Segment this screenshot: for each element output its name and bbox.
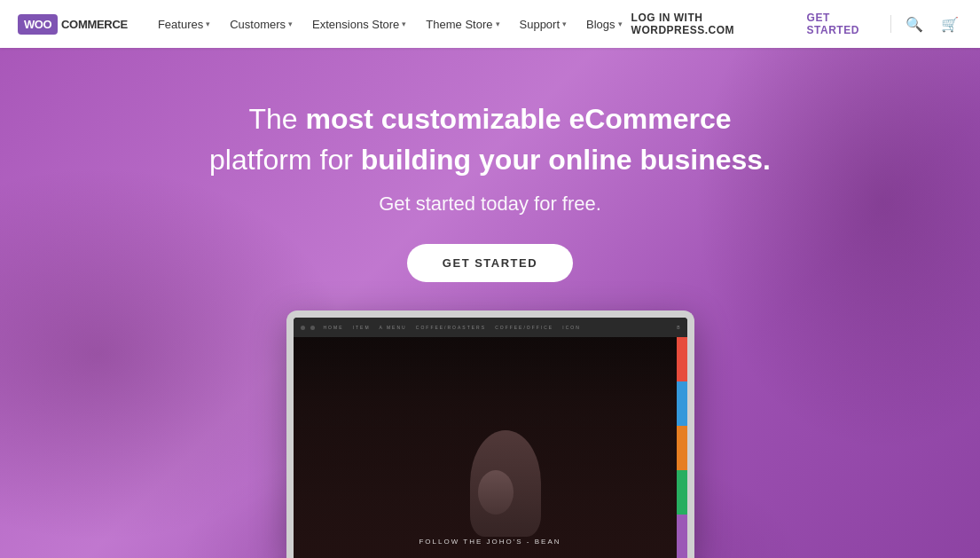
laptop-screen: HOME ITEM A MENU COFFEE/ROASTERS COFFEE/… [294,318,687,558]
screen-dot [310,326,315,330]
nav-features[interactable]: Features ▾ [149,12,219,36]
sidebar-bar-orange [677,426,687,470]
screen-sidebar [677,337,687,558]
hero-bold-2: building your online business. [361,144,771,176]
laptop-screen-area: HOME ITEM A MENU COFFEE/ROASTERS COFFEE/… [286,310,694,558]
nav-theme-label: Theme Store [426,18,492,31]
sidebar-bar-green [677,470,687,515]
nav-blogs[interactable]: Blogs ▾ [577,12,631,36]
screen-nav-right: B [677,325,679,330]
login-link[interactable]: LOG IN WITH WORDPRESS.COM [631,12,796,36]
nav-extensions[interactable]: Extensions Store ▾ [303,12,415,36]
laptop-mockup: HOME ITEM A MENU COFFEE/ROASTERS COFFEE/… [278,310,703,558]
nav-features-label: Features [158,18,203,31]
hero-headline-1: The most customizable eCommerce [209,101,771,138]
hero-section: The most customizable eCommerce platform… [0,48,980,558]
chevron-down-icon: ▾ [206,20,210,28]
screen-nav-bar: HOME ITEM A MENU COFFEE/ROASTERS COFFEE/… [294,318,687,337]
logo-woo-text: WOO [24,18,51,31]
nav-blogs-label: Blogs [586,18,615,31]
hero-cta-button[interactable]: GET STARTED [407,244,573,282]
main-nav: WOO COMMERCE Features ▾ Customers ▾ Exte… [0,0,980,48]
sidebar-bar-red [677,337,687,381]
screen-nav-items: HOME ITEM A MENU COFFEE/ROASTERS COFFEE/… [324,325,581,330]
chevron-down-icon: ▾ [496,20,500,28]
chevron-down-icon: ▾ [402,20,406,28]
logo[interactable]: WOO COMMERCE [18,14,128,35]
nav-get-started[interactable]: GET STARTED [807,12,881,36]
chevron-down-icon: ▾ [618,20,623,28]
nav-support-label: Support [520,18,561,31]
nav-theme-store[interactable]: Theme Store ▾ [417,12,508,36]
nav-divider [890,15,891,33]
screen-dot [301,326,305,330]
screen-body: FOLLOW THE JOHO'S - BEAN [294,337,687,558]
nav-support[interactable]: Support ▾ [511,12,576,36]
nav-customers[interactable]: Customers ▾ [221,12,302,36]
hero-headline-2: platform for building your online busine… [209,142,771,179]
nav-links: Features ▾ Customers ▾ Extensions Store … [149,12,631,36]
sidebar-bar-blue [677,381,687,426]
screen-overlay-text: FOLLOW THE JOHO'S - BEAN [419,538,561,546]
search-icon[interactable]: 🔍 [902,12,927,36]
nav-extensions-label: Extensions Store [312,18,399,31]
logo-commerce-text: COMMERCE [61,18,128,31]
hero-bold-1: most customizable eCommerce [305,103,731,135]
hero-subtitle: Get started today for free. [209,193,771,216]
chevron-down-icon: ▾ [288,20,293,28]
nav-customers-label: Customers [230,18,286,31]
chevron-down-icon: ▾ [562,20,567,28]
logo-box: WOO [18,14,58,35]
sidebar-bar-purple [677,515,687,558]
cart-icon[interactable]: 🛒 [937,12,962,36]
nav-right: LOG IN WITH WORDPRESS.COM GET STARTED 🔍 … [631,12,962,36]
hero-content: The most customizable eCommerce platform… [209,101,771,282]
